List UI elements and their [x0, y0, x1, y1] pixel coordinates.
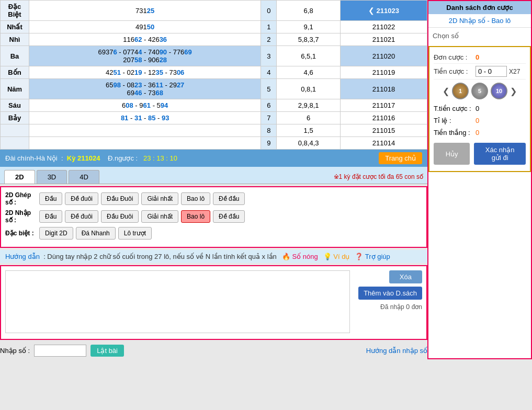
vi-du-link[interactable]: 💡 Ví dụ: [323, 253, 350, 260]
tien-thang-label: Tiền thắng :: [434, 129, 476, 136]
ghep-de-duoi-btn[interactable]: Đề đuôi: [65, 192, 98, 205]
col-2: 2: [261, 33, 277, 46]
col-9: 9: [261, 137, 277, 150]
row-numbers-nam: 6598 - 0823 - 3611 - 2927 6946 - 7368: [29, 79, 261, 99]
row-label-nhi: Nhì: [1, 33, 29, 46]
nhap-giai-nhat-btn[interactable]: Giải nhất: [141, 210, 178, 223]
digit-2d-btn[interactable]: Digit 2D: [39, 227, 73, 240]
da-nhap-count: Đã nhập 0 đơn: [380, 303, 422, 311]
so-nong-link[interactable]: 🔥 Số nóng: [282, 253, 318, 260]
tab-2d[interactable]: 2D: [4, 170, 35, 184]
row-numbers-8: [29, 124, 261, 137]
odds-6: 2,9,8,1: [277, 99, 341, 112]
2d-nhap-label: 2D Nhập số :: [5, 209, 39, 224]
nav-countdown-value: 23 : 13 : 10: [143, 154, 177, 162]
row-label-dacbiet: Đặc Biệt: [1, 1, 29, 21]
huy-button[interactable]: Hủy: [434, 143, 470, 165]
number-textarea[interactable]: [5, 270, 350, 333]
confirm-button[interactable]: Xác nhận gửi đi: [474, 143, 526, 165]
bet-type-section: 2D Ghép số : Đầu Đề đuôi Đầu Đuôi Giải n…: [0, 186, 427, 248]
row-label-8: [1, 124, 29, 137]
action-row: Hủy Xác nhận gửi đi: [434, 139, 526, 167]
row-label-ba: Ba: [1, 46, 29, 66]
dac-biet-label: Đặc biệt :: [5, 230, 39, 237]
tien-cuoc-input[interactable]: [476, 66, 507, 77]
odds-0: 6,8: [277, 1, 341, 21]
nav-countdown-label: Đ.ngược :: [108, 154, 138, 162]
tab-3d[interactable]: 3D: [37, 170, 67, 184]
row-label-nam: Năm: [1, 79, 29, 99]
ghep-de-dau-btn[interactable]: Đề đầu: [213, 192, 245, 205]
coin-5[interactable]: 5: [471, 83, 488, 99]
tro-giup-link[interactable]: ❓ Trợ giúp: [355, 253, 390, 260]
x27-label: X27: [509, 68, 520, 75]
prev-draw-btn[interactable]: ❮: [368, 6, 375, 15]
nav-info: Đài chính-Hà Nội : Kỳ 211024 Đ.ngược : 2…: [5, 154, 177, 162]
input-area-wrapper: Xóa Thêm vào D.sách Đã nhập 0 đơn: [0, 265, 427, 340]
coin-10[interactable]: 10: [491, 83, 507, 99]
right-panel: Danh sách đơn cược 2D Nhập số - Bao lô C…: [427, 0, 532, 359]
nav-ky-label: Kỳ: [67, 154, 76, 162]
ghep-dau-btn[interactable]: Đầu: [39, 192, 62, 205]
lat-bai-button[interactable]: Lật bài: [90, 345, 124, 357]
tab-row: 2D 3D 4D ※1 kỳ đặt cược tối đa 65 con số: [0, 167, 427, 184]
right-panel-subtitle: 2D Nhập số - Bao lô: [428, 14, 531, 28]
odds-7: 6: [277, 112, 341, 124]
don-cuoc-value: 0: [476, 53, 526, 61]
draw-id-2: 211021: [340, 33, 427, 46]
draw-id-3: 211020: [340, 46, 427, 66]
nhap-so-input[interactable]: [34, 345, 86, 357]
tong-tien-label: T.tiền cược :: [434, 105, 476, 112]
col-3: 3: [261, 46, 277, 66]
row-label-9: [1, 137, 29, 150]
nhap-de-dau-btn[interactable]: Đề đầu: [213, 210, 245, 223]
2d-ghep-label: 2D Ghép số :: [5, 191, 39, 206]
odds-9: 0,8,4,3: [277, 137, 341, 150]
tien-cuoc-row: Tiền cược : X27: [434, 64, 526, 79]
row-numbers-nhi: 11662 - 42636: [29, 33, 261, 46]
coin-1[interactable]: 1: [452, 83, 469, 99]
draw-id-current: ❮ 211023: [340, 1, 427, 21]
row-label-sau: Sáu: [1, 99, 29, 112]
tien-cuoc-label: Tiền cược :: [434, 67, 476, 75]
xoa-button[interactable]: Xóa: [389, 270, 422, 283]
ghep-bao-lo-btn[interactable]: Bao lô: [181, 192, 210, 205]
col-6: 6: [261, 99, 277, 112]
tab-group: 2D 3D 4D: [4, 170, 101, 184]
row-numbers-bon: 4251 - 0219 - 1235 - 7306: [29, 66, 261, 79]
tab-4d[interactable]: 4D: [69, 170, 99, 184]
them-button[interactable]: Thêm vào D.sách: [358, 287, 422, 300]
nhap-bao-lo-btn[interactable]: Bao lô: [181, 210, 210, 223]
lo-truot-btn[interactable]: Lô trượt: [118, 227, 152, 240]
col-1: 1: [261, 21, 277, 33]
huong-dan-nhap-so-link[interactable]: Hướng dẫn nhập số: [366, 347, 427, 355]
dac-biet-row: Đặc biệt : Digit 2D Đá Nhanh Lô trượt: [5, 227, 422, 240]
ghep-dau-duoi-btn[interactable]: Đầu Đuôi: [101, 192, 139, 205]
home-button[interactable]: Trang chủ: [379, 152, 422, 164]
draw-id-4: 211019: [340, 66, 427, 79]
odds-5: 0,8,1: [277, 79, 341, 99]
tab-note: ※1 kỳ đặt cược tối đa 65 con số: [334, 173, 423, 180]
row-numbers-nhat: 49150: [29, 21, 261, 33]
row-numbers-9: [29, 137, 261, 150]
instruction-bar: Hướng dẫn : Dùng tay nhập 2 chữ số cuối …: [0, 250, 427, 263]
odds-8: 1,5: [277, 124, 341, 137]
ghep-giai-nhat-btn[interactable]: Giải nhất: [141, 192, 178, 205]
nhap-dau-duoi-btn[interactable]: Đầu Đuôi: [101, 210, 139, 223]
col-4: 4: [261, 66, 277, 79]
nhap-dau-btn[interactable]: Đầu: [39, 210, 62, 223]
result-table: Đặc Biệt 73125 0 6,8 ❮ 211023 Nhất 49150…: [0, 0, 427, 150]
row-label-nhat: Nhất: [1, 21, 29, 33]
draw-id-8: 211015: [340, 124, 427, 137]
nhap-de-duoi-btn[interactable]: Đề đuôi: [65, 210, 98, 223]
huong-dan-link-top[interactable]: Hướng dẫn: [5, 253, 40, 260]
prev-coin-btn[interactable]: ❮: [443, 86, 449, 96]
row-numbers-sau: 608 - 961 - 594: [29, 99, 261, 112]
col-5: 5: [261, 79, 277, 99]
bottom-input-row: Nhập số : Lật bài Hướng dẫn nhập số: [0, 342, 427, 359]
da-nhanh-btn[interactable]: Đá Nhanh: [76, 227, 116, 240]
next-coin-btn[interactable]: ❯: [510, 86, 517, 96]
row-label-bay: Bảy: [1, 112, 29, 124]
tong-tien-value: 0: [476, 105, 479, 112]
instruction-text: Hướng dẫn : Dùng tay nhập 2 chữ số cuối …: [5, 253, 277, 260]
